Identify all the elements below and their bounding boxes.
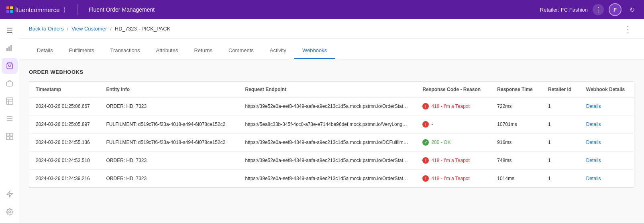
tab-bar: Details Fulfilments Transactions Attribu…	[19, 39, 644, 59]
col-details: Webhook Details	[580, 82, 634, 97]
cell-response-code: ! 418 - I'm a Teapot	[416, 152, 491, 170]
table-row: 2024-03-26 01:25:06.667 ORDER: HD_7323 h…	[29, 97, 634, 116]
page-content: ORDER WEBHOOKS Timestamp Entity Info Req…	[19, 59, 644, 223]
logo-divider	[77, 4, 77, 15]
cell-endpoint: https://39e52e0a-eef8-4349-aafa-a9ec213c…	[239, 170, 416, 188]
tab-fulfilments[interactable]: Fulfilments	[61, 42, 102, 59]
app-name: Fluent Order Management	[89, 6, 155, 13]
cell-endpoint: https://39e52e0a-eef8-4349-aafa-a9ec213c…	[239, 134, 416, 152]
cell-response-time: 748ms	[491, 152, 542, 170]
table-row: 2024-03-26 01:25:05.897 FULFILMENT: d519…	[29, 116, 634, 134]
sidebar-table-icon[interactable]	[2, 93, 18, 109]
sidebar-bolt-icon[interactable]	[2, 186, 18, 202]
logo-arrow: ⟩	[63, 5, 66, 14]
top-header: fluentcommerce ⟩ Fluent Order Management…	[0, 0, 644, 19]
svg-rect-15	[10, 137, 13, 140]
cell-endpoint: https://39e52e0a-eef8-4349-aafa-a9ec213c…	[239, 97, 416, 116]
cell-timestamp: 2024-03-26 01:25:06.667	[29, 97, 100, 116]
sidebar-bag-icon[interactable]	[2, 75, 18, 91]
breadcrumb-current: HD_7323 - PICK_PACK	[115, 26, 171, 32]
logo-squares	[6, 6, 13, 13]
response-code-text: 418 - I'm a Teapot	[431, 176, 469, 181]
cell-details: Details	[580, 170, 634, 188]
col-endpoint: Request Endpoint	[239, 82, 416, 97]
sidebar-cart-icon[interactable]	[2, 58, 18, 74]
svg-rect-2	[10, 45, 12, 51]
logo-sq3	[6, 10, 9, 13]
sidebar-menu-icon[interactable]: ☰	[2, 22, 18, 39]
breadcrumb-sep1: /	[67, 26, 69, 32]
cell-timestamp: 2024-03-26 01:24:39.216	[29, 170, 100, 188]
cell-response-code: ! 418 - I'm a Teapot	[416, 97, 491, 116]
cell-endpoint: https://5ea8c33b-345f-4cc0-a73e-e7144ba9…	[239, 116, 416, 134]
breadcrumb-sep2: /	[110, 26, 112, 32]
section-title: ORDER WEBHOOKS	[29, 69, 634, 75]
tab-returns[interactable]: Returns	[186, 42, 220, 59]
svg-point-17	[8, 211, 10, 213]
sidebar-grid-icon[interactable]	[2, 128, 18, 144]
sidebar-chart-icon[interactable]	[2, 40, 18, 56]
tab-webhooks[interactable]: Webhooks	[294, 42, 335, 59]
col-response-time: Response Time	[491, 82, 542, 97]
details-link[interactable]: Details	[586, 122, 601, 127]
svg-rect-4	[6, 82, 12, 86]
details-link[interactable]: Details	[586, 176, 601, 181]
app-body: ☰ Back to Orders	[0, 19, 644, 223]
cell-response-code: ! -	[416, 116, 491, 134]
sidebar-gear-icon[interactable]	[2, 204, 18, 220]
cell-entity: FULFILMENT: d519c7f6-f23a-4018-a494-6f07…	[100, 134, 239, 152]
details-link[interactable]: Details	[586, 158, 601, 163]
webhooks-table: Timestamp Entity Info Request Endpoint R…	[29, 81, 634, 188]
cell-endpoint: https://39e52e0a-eef8-4349-aafa-a9ec213c…	[239, 152, 416, 170]
page-more-options-button[interactable]: ⋮	[622, 22, 634, 35]
tab-transactions[interactable]: Transactions	[102, 42, 148, 59]
response-code-text: 418 - I'm a Teapot	[431, 158, 469, 163]
details-link[interactable]: Details	[586, 140, 601, 145]
cell-retailer-id: 1	[542, 116, 580, 134]
avatar-button[interactable]: F	[609, 3, 622, 16]
cell-details: Details	[580, 116, 634, 134]
breadcrumb: Back to Orders / View Customer / HD_7323…	[29, 26, 170, 32]
retailer-label: Retailer: FC Fashion	[540, 7, 588, 13]
header-left: fluentcommerce ⟩ Fluent Order Management	[6, 4, 155, 15]
svg-rect-12	[6, 133, 9, 136]
svg-rect-5	[6, 98, 13, 104]
tab-details[interactable]: Details	[29, 42, 61, 59]
refresh-button[interactable]: ↻	[626, 4, 638, 15]
cell-timestamp: 2024-03-26 01:24:55.136	[29, 134, 100, 152]
table-header-row: Timestamp Entity Info Request Endpoint R…	[29, 82, 634, 97]
tab-activity[interactable]: Activity	[262, 42, 294, 59]
cell-details: Details	[580, 152, 634, 170]
status-dot-error: !	[422, 175, 429, 182]
details-link[interactable]: Details	[586, 103, 601, 109]
logo-sq2	[10, 6, 13, 9]
status-dot-error: !	[422, 103, 429, 109]
cell-retailer-id: 1	[542, 152, 580, 170]
cell-response-code: ✓ 200 - OK	[416, 134, 491, 152]
status-dot-success: ✓	[422, 139, 429, 146]
tab-comments[interactable]: Comments	[220, 42, 262, 59]
cell-details: Details	[580, 134, 634, 152]
breadcrumb-back-link[interactable]: Back to Orders	[29, 26, 64, 32]
cell-response-time: 1014ms	[491, 170, 542, 188]
header-right: Retailer: FC Fashion ⋮ F ↻	[540, 3, 638, 16]
cell-retailer-id: 1	[542, 97, 580, 116]
tab-attributes[interactable]: Attributes	[148, 42, 186, 59]
breadcrumb-view-customer[interactable]: View Customer	[71, 26, 107, 32]
svg-rect-0	[6, 48, 8, 51]
cell-timestamp: 2024-03-26 01:24:53.510	[29, 152, 100, 170]
logo-text: fluentcommerce	[15, 6, 60, 13]
logo-sq4	[10, 10, 13, 13]
col-timestamp: Timestamp	[29, 82, 100, 97]
col-retailer-id: Retailer Id	[542, 82, 580, 97]
svg-rect-13	[10, 133, 13, 136]
status-dot-error: !	[422, 157, 429, 164]
sidebar: ☰	[0, 19, 19, 223]
col-entity: Entity Info	[100, 82, 239, 97]
cell-response-time: 722ms	[491, 97, 542, 116]
more-options-button[interactable]: ⋮	[593, 4, 604, 15]
svg-rect-14	[6, 137, 9, 140]
sidebar-list-icon[interactable]	[2, 111, 18, 127]
status-dot-error: !	[422, 121, 429, 128]
cell-response-time: 10701ms	[491, 116, 542, 134]
